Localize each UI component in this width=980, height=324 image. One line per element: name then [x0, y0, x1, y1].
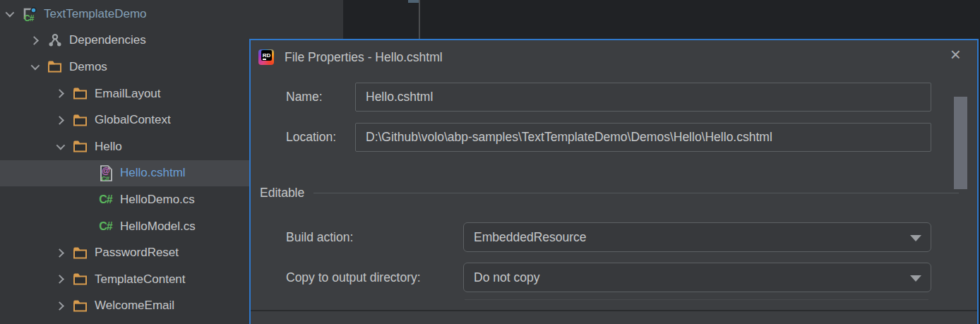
chevron-right-icon[interactable]: [55, 248, 64, 258]
chevron-right-icon[interactable]: [55, 89, 64, 98]
name-label: Name:: [286, 90, 323, 104]
project-icon: C#: [21, 6, 37, 23]
tree-item-label: PasswordReset: [95, 246, 179, 260]
ide-window: C#TextTemplateDemo Dependencies Demos Em…: [0, 0, 980, 324]
file-properties-dialog: RD File Properties - Hello.cshtml × Name…: [249, 39, 979, 324]
content-divider: [465, 299, 928, 300]
svg-text:C#: C#: [101, 174, 109, 181]
folder-icon: [72, 297, 88, 314]
location-label: Location:: [286, 130, 336, 145]
editor-divider: [419, 0, 420, 40]
tree-item-label: EmailLayout: [95, 87, 161, 101]
chevron-placeholder: [82, 196, 88, 203]
name-input[interactable]: [355, 83, 931, 112]
chevron-right-icon[interactable]: [30, 36, 39, 45]
chevron-down-icon[interactable]: [6, 8, 15, 18]
chevron-right-icon[interactable]: [55, 116, 64, 125]
chevron-placeholder: [82, 223, 88, 229]
folder-icon: [72, 112, 88, 128]
build-action-label: Build action:: [286, 230, 353, 245]
tree-item-label: HelloModel.cs: [120, 220, 196, 234]
dependencies-icon: [47, 32, 63, 49]
section-editable-label: Editable: [260, 186, 304, 200]
location-input[interactable]: [355, 123, 931, 152]
close-icon[interactable]: ×: [950, 45, 961, 64]
editor-background: [343, 0, 980, 40]
tree-item-label: Hello: [95, 140, 122, 154]
folder-icon: [47, 59, 63, 76]
tree-item-label: Hello.cshtml: [120, 166, 186, 180]
editor-scrollbar-thumb[interactable]: [408, 0, 419, 3]
chevron-down-icon[interactable]: [31, 61, 40, 71]
tree-item-label: TemplateContent: [95, 272, 186, 287]
folder-icon: [72, 271, 88, 288]
svg-text:C#: C#: [24, 13, 35, 22]
folder-icon: [72, 85, 88, 102]
chevron-right-icon[interactable]: [55, 301, 64, 311]
dialog-title: File Properties - Hello.cshtml: [285, 50, 443, 65]
chevron-down-icon: [910, 275, 921, 282]
footer-divider: [251, 310, 977, 311]
tree-item-label: GlobalContext: [95, 113, 171, 127]
build-action-dropdown[interactable]: EmbeddedResource: [463, 222, 931, 252]
csharp-icon: C#: [97, 218, 114, 235]
tree-item-label: TextTemplateDemo: [44, 7, 147, 21]
rider-logo-icon: RD: [258, 49, 274, 65]
tree-item-label: WelcomeEmail: [95, 299, 174, 313]
folder-icon: [72, 138, 88, 155]
tree-item-texttemplatedemo[interactable]: C#TextTemplateDemo: [0, 1, 343, 28]
csharp-icon: C#: [97, 191, 114, 208]
copy-to-output-label: Copy to output directory:: [286, 270, 421, 285]
build-action-value: EmbeddedResource: [474, 230, 587, 245]
section-editable: Editable: [260, 183, 959, 203]
chevron-placeholder: [82, 170, 88, 176]
tree-item-label: Demos: [69, 60, 107, 74]
tree-item-label: Dependencies: [69, 33, 146, 47]
copy-to-output-dropdown[interactable]: Do not copy: [463, 263, 931, 292]
chevron-down-icon: [910, 235, 921, 241]
razor-icon: @ C#: [97, 164, 114, 181]
folder-icon: [72, 244, 88, 261]
dialog-scrollbar-thumb[interactable]: [954, 97, 967, 189]
chevron-down-icon[interactable]: [56, 141, 66, 150]
chevron-right-icon[interactable]: [55, 275, 64, 284]
copy-to-output-value: Do not copy: [474, 270, 539, 285]
tree-item-label: HelloDemo.cs: [120, 193, 195, 207]
section-divider: [313, 193, 959, 193]
dialog-title-bar[interactable]: RD File Properties - Hello.cshtml ×: [251, 40, 977, 74]
